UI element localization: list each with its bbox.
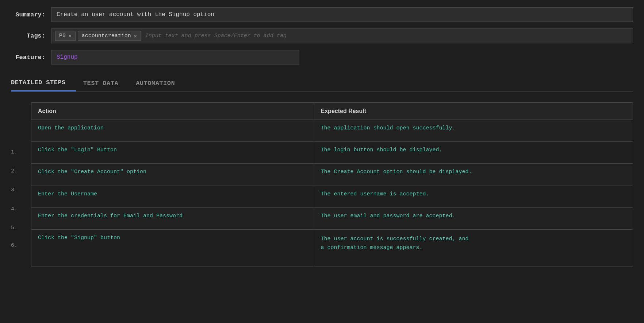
steps-table: Action Expected Result Open the applicat… (31, 102, 633, 266)
tag-p0[interactable]: P0 ✕ (55, 31, 76, 41)
expected-2: The login button should be displayed. (314, 142, 633, 164)
tab-detailed-steps[interactable]: DETAILED STEPS (11, 75, 76, 92)
action-2: Click the "Login" Button (31, 142, 314, 164)
col-action-header: Action (31, 103, 314, 120)
summary-row: Summary: (11, 7, 633, 22)
tags-row: Tags: P0 ✕ accountcreation ✕ Input text … (11, 28, 633, 43)
feature-label: Feature: (11, 54, 51, 61)
summary-label: Summary: (11, 11, 51, 18)
table-row: Click the "Signup" button The user accou… (31, 230, 633, 266)
tab-test-data[interactable]: TEST DATA (83, 76, 129, 91)
tab-automation[interactable]: AUTOMATION (136, 76, 185, 91)
col-expected-header: Expected Result (314, 103, 633, 120)
action-1: Open the application (31, 120, 314, 142)
action-3: Click the "Create Account" option (31, 164, 314, 186)
feature-input[interactable] (51, 50, 299, 65)
row-num-6: 6. (11, 237, 31, 266)
expected-1: The application should open successfully… (314, 120, 633, 142)
action-4: Enter the Username (31, 186, 314, 207)
tag-accountcreation-text: accountcreation (82, 33, 131, 39)
feature-row: Feature: (11, 50, 633, 65)
row-numbers-col: 1. 2. 3. 4. 5. 6. (11, 102, 31, 266)
table-row: Click the "Login" Button The login butto… (31, 142, 633, 164)
expected-6: The user account is successfully created… (314, 230, 633, 266)
tag-input-placeholder[interactable]: Input text and press Space/Enter to add … (143, 31, 289, 40)
table-row: Open the application The application sho… (31, 120, 633, 142)
row-num-4: 4. (11, 199, 31, 218)
expected-4: The entered username is accepted. (314, 186, 633, 207)
row-num-0 (11, 124, 31, 143)
table-row: Click the "Create Account" option The Cr… (31, 164, 633, 186)
row-num-1: 1. (11, 143, 31, 162)
expected-5: The user email and password are accepted… (314, 207, 633, 229)
row-num-2: 2. (11, 162, 31, 180)
tag-p0-text: P0 (59, 33, 66, 39)
action-6: Click the "Signup" button (31, 230, 314, 266)
page-container: Summary: Tags: P0 ✕ accountcreation ✕ In… (0, 0, 644, 274)
tags-label: Tags: (11, 32, 51, 39)
action-5: Enter the credentials for Email and Pass… (31, 207, 314, 229)
tag-accountcreation[interactable]: accountcreation ✕ (78, 31, 141, 41)
summary-input[interactable] (51, 7, 633, 22)
table-row: Enter the credentials for Email and Pass… (31, 207, 633, 229)
tags-container[interactable]: P0 ✕ accountcreation ✕ Input text and pr… (51, 28, 633, 43)
row-num-3: 3. (11, 180, 31, 199)
table-wrapper: 1. 2. 3. 4. 5. 6. Action Expected Result… (11, 102, 633, 266)
tabs-row: DETAILED STEPS TEST DATA AUTOMATION (11, 75, 633, 92)
row-num-5: 5. (11, 218, 31, 237)
table-header-row: Action Expected Result (31, 103, 633, 120)
tag-p0-close[interactable]: ✕ (69, 33, 72, 39)
tag-accountcreation-close[interactable]: ✕ (134, 33, 137, 39)
table-row: Enter the Username The entered username … (31, 186, 633, 207)
expected-3: The Create Account option should be disp… (314, 164, 633, 186)
